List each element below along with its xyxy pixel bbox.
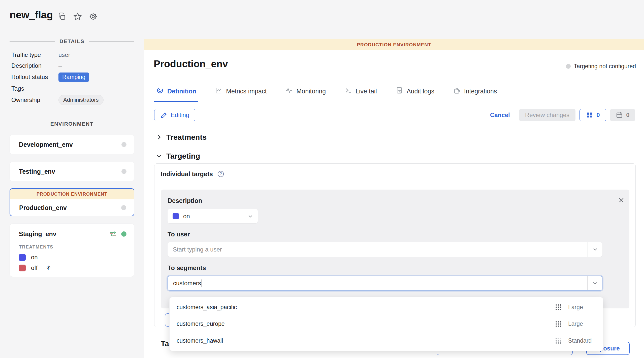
rollout-status-badge: Ramping: [58, 73, 89, 82]
cancel-button[interactable]: Cancel: [490, 112, 510, 119]
environment-heading: ENVIRONMENT: [10, 121, 134, 127]
chevron-down-icon[interactable]: [588, 242, 602, 257]
env-card-testing[interactable]: Testing_env: [10, 162, 134, 181]
tab-definition[interactable]: Definition: [154, 85, 198, 102]
segments-dropdown: customers_asia_pacific Large customers_e…: [169, 297, 603, 351]
details-list: Traffic type user Description – Rollout …: [11, 49, 134, 106]
page-title: new_flag: [10, 9, 53, 21]
treatment-select[interactable]: on: [168, 209, 258, 223]
copy-icon[interactable]: [56, 11, 68, 22]
puzzle-icon: [453, 87, 461, 96]
tab-integrations[interactable]: Integrations: [451, 85, 499, 102]
pencil-icon: [160, 111, 168, 119]
segment-large-icon: [554, 320, 568, 328]
treatments-section-header[interactable]: Treatments: [156, 133, 207, 141]
terminal-icon: [344, 87, 352, 96]
production-environment-banner: PRODUCTION ENVIRONMENT: [10, 189, 134, 199]
segment-option-europe[interactable]: customers_europe Large: [170, 316, 603, 332]
card-divider: [613, 190, 613, 308]
treatment-on-swatch: [19, 254, 26, 261]
segment-large-icon: [554, 303, 568, 311]
segments-select: customers: [168, 276, 602, 291]
tab-monitoring[interactable]: Monitoring: [283, 85, 328, 102]
to-segments-label: To segments: [168, 264, 206, 272]
chevron-right-icon: [156, 134, 162, 140]
chevron-down-icon[interactable]: [587, 276, 602, 290]
chevron-down-icon: [243, 209, 258, 223]
sync-icon: [109, 230, 117, 237]
user-select: [168, 242, 602, 257]
review-changes-button[interactable]: Review changes: [519, 109, 575, 121]
treatment-row-on: on: [19, 254, 134, 261]
status-dot: [566, 64, 571, 69]
detail-row-ownership: Ownership Administrators: [11, 94, 134, 106]
grid-icon: [586, 111, 593, 119]
help-icon[interactable]: ?: [217, 170, 224, 178]
treatment-row-off: off ✳: [19, 264, 134, 271]
audit-log-icon: [396, 87, 403, 96]
targeting-rules-heading-fragment: Ta: [161, 339, 169, 348]
env-status-dot: [121, 205, 126, 210]
detail-row-rollout-status: Rollout status Ramping: [11, 71, 134, 83]
tab-audit-logs[interactable]: Audit logs: [394, 85, 436, 102]
default-treatment-icon: ✳: [46, 265, 51, 271]
tab-bar: Definition Metrics impact Monitoring Liv…: [154, 85, 499, 102]
targeting-status: Targeting not configured: [566, 63, 636, 70]
env-card-development[interactable]: Development_env: [10, 135, 134, 154]
segment-option-asia-pacific[interactable]: customers_asia_pacific Large: [170, 299, 603, 315]
treatment-off-swatch: [19, 265, 26, 271]
env-status-dot: [121, 142, 126, 147]
user-input[interactable]: [168, 246, 588, 253]
definition-icon: [156, 87, 164, 96]
env-card-production[interactable]: PRODUCTION ENVIRONMENT Production_env: [10, 188, 134, 216]
environment-title: Production_env: [154, 58, 228, 69]
env-active-dot: [121, 231, 126, 237]
env-status-dot: [121, 169, 126, 174]
tab-live-tail[interactable]: Live tail: [342, 85, 379, 102]
treatments-heading: TREATMENTS: [19, 244, 134, 250]
segments-input[interactable]: customers: [168, 279, 587, 287]
description-label: Description: [168, 197, 202, 204]
editing-button[interactable]: Editing: [154, 109, 195, 121]
targeting-section-header[interactable]: Targeting: [156, 152, 200, 160]
detail-row-description: Description –: [11, 60, 134, 71]
metrics-chart-icon: [215, 87, 222, 96]
env-card-staging[interactable]: Staging_env TREATMENTS on off ✳: [10, 224, 134, 277]
to-user-label: To user: [168, 231, 190, 238]
calendar-icon: [616, 111, 623, 119]
details-heading: DETAILS: [10, 38, 134, 44]
scheduled-counter-button[interactable]: 0: [610, 109, 635, 121]
text-cursor: [202, 279, 202, 287]
tab-metrics-impact[interactable]: Metrics impact: [213, 85, 269, 102]
treatment-on-swatch: [173, 213, 179, 219]
close-icon[interactable]: [617, 196, 626, 205]
segment-standard-icon: [554, 337, 568, 345]
svg-text:?: ?: [219, 172, 222, 176]
individual-targets-heading: Individual targets ?: [161, 170, 224, 178]
chevron-down-icon: [156, 153, 162, 159]
pulse-icon: [285, 87, 293, 96]
ownership-pill[interactable]: Administrators: [58, 95, 104, 105]
gear-icon[interactable]: [88, 11, 99, 22]
segment-option-hawaii[interactable]: customers_hawaii Standard: [170, 333, 603, 349]
detail-row-tags: Tags –: [11, 83, 134, 94]
production-environment-top-banner: PRODUCTION ENVIRONMENT: [144, 39, 644, 50]
star-icon[interactable]: [72, 11, 83, 22]
changes-counter-button[interactable]: 0: [579, 109, 606, 121]
detail-row-traffic-type: Traffic type user: [11, 49, 134, 60]
